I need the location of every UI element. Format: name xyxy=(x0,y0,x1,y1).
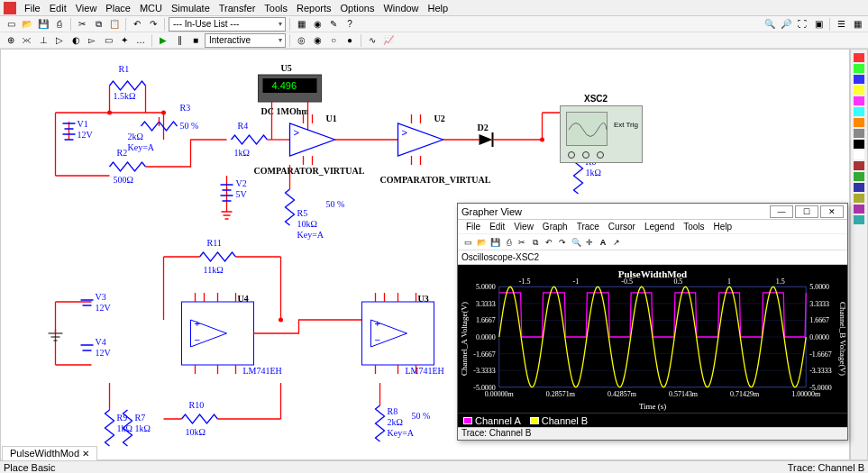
component-r3[interactable]: R3 2kΩ 50 % Key=A xyxy=(128,103,199,152)
gmenu-trace[interactable]: Trace xyxy=(572,222,604,232)
stop-icon[interactable]: ■ xyxy=(188,33,203,48)
rail-swatch-5[interactable] xyxy=(854,107,864,116)
component-r8[interactable]: R8 2kΩ 50 % Key=A xyxy=(376,383,431,441)
analysis-icon[interactable]: ∿ xyxy=(365,33,379,48)
menu-edit[interactable]: Edit xyxy=(45,3,71,14)
rail-swatch-4[interactable] xyxy=(854,96,864,105)
gprint-icon[interactable]: ⎙ xyxy=(502,236,515,249)
gmenu-edit[interactable]: Edit xyxy=(485,222,509,232)
component-r2[interactable]: R2 500Ω xyxy=(110,148,146,185)
print-icon[interactable]: ⎙ xyxy=(52,17,67,32)
probe2-icon[interactable]: ◉ xyxy=(310,33,324,48)
menu-options[interactable]: Options xyxy=(336,3,379,14)
scope-port-ext-icon[interactable] xyxy=(597,151,604,159)
menu-simulate[interactable]: Simulate xyxy=(167,3,215,14)
save-icon[interactable]: 💾 xyxy=(36,17,50,32)
plot-area[interactable]: PulseWidthMod-5.0000-5.0000-3.3333-3.333… xyxy=(458,265,847,413)
gsave-icon[interactable]: 💾 xyxy=(489,236,501,249)
place-res-icon[interactable]: ⩙ xyxy=(20,33,34,48)
close-icon[interactable]: ✕ xyxy=(820,205,844,218)
gmenu-cursor[interactable]: Cursor xyxy=(604,222,640,232)
grapher-window[interactable]: Grapher View — ☐ ✕ File Edit View Graph … xyxy=(457,203,848,441)
place-src-icon[interactable]: ⊕ xyxy=(4,33,18,48)
menu-window[interactable]: Window xyxy=(379,3,423,14)
gmenu-tools[interactable]: Tools xyxy=(679,222,708,232)
menu-file[interactable]: File xyxy=(20,3,45,14)
scope-port-b-icon[interactable] xyxy=(582,151,589,159)
gmenu-legend[interactable]: Legend xyxy=(640,222,679,232)
grid-icon[interactable]: ▦ xyxy=(850,17,864,32)
gmenu-graph[interactable]: Graph xyxy=(538,222,572,232)
menu-place[interactable]: Place xyxy=(101,3,135,14)
redo-icon[interactable]: ↷ xyxy=(146,17,160,32)
maximize-icon[interactable]: ☐ xyxy=(795,205,818,218)
place-more-icon[interactable]: … xyxy=(133,33,148,48)
rail-swatch-15[interactable] xyxy=(854,215,864,224)
tool-c-icon[interactable]: ✎ xyxy=(326,17,341,32)
undo-icon[interactable]: ↶ xyxy=(130,17,144,32)
gredo-icon[interactable]: ↷ xyxy=(556,236,569,249)
rail-swatch-1[interactable] xyxy=(854,64,864,73)
list-icon[interactable]: ☰ xyxy=(834,17,848,32)
menu-help[interactable]: Help xyxy=(424,3,453,14)
paste-icon[interactable]: 📋 xyxy=(107,17,122,32)
sim-mode-combo[interactable]: Interactive xyxy=(205,33,286,48)
probe4-icon[interactable]: ● xyxy=(343,33,357,48)
rail-swatch-11[interactable] xyxy=(854,172,864,181)
gnew-icon[interactable]: ▭ xyxy=(461,236,474,249)
menu-transfer[interactable]: Transfer xyxy=(215,3,260,14)
gcut-icon[interactable]: ✂ xyxy=(516,236,528,249)
menu-reports[interactable]: Reports xyxy=(292,3,336,14)
place-trans-icon[interactable]: ◐ xyxy=(69,33,83,48)
rail-swatch-14[interactable] xyxy=(854,205,864,214)
component-r1[interactable]: R1 1.5kΩ xyxy=(110,64,146,113)
component-v1[interactable]: V1 12V xyxy=(63,119,94,140)
minimize-icon[interactable]: — xyxy=(770,205,793,218)
zoom-fit-icon[interactable]: ⛶ xyxy=(795,17,809,32)
gmenu-view[interactable]: View xyxy=(509,222,538,232)
grapher-titlebar[interactable]: Grapher View — ☐ ✕ xyxy=(458,204,847,220)
component-r5[interactable]: R5 10kΩ 50 % Key=A xyxy=(286,165,345,240)
rail-swatch-12[interactable] xyxy=(854,183,864,192)
zoom-out-icon[interactable]: 🔎 xyxy=(779,17,793,32)
rail-swatch-10[interactable] xyxy=(854,161,864,170)
tab-pulsewidthmod[interactable]: PulseWidthMod ✕ xyxy=(2,446,97,460)
rail-swatch-6[interactable] xyxy=(854,118,864,127)
rail-swatch-7[interactable] xyxy=(854,129,864,138)
rail-swatch-0[interactable] xyxy=(854,53,864,62)
grapher-tab[interactable]: Oscilloscope-XSC2 xyxy=(458,250,847,265)
component-v4[interactable]: V4 12V xyxy=(81,337,112,358)
probe3-icon[interactable]: ○ xyxy=(326,33,341,48)
tool-b-icon[interactable]: ◉ xyxy=(310,17,324,32)
gcopy-icon[interactable]: ⧉ xyxy=(529,236,542,249)
gexport-icon[interactable]: ↗ xyxy=(610,236,623,249)
component-u4[interactable]: + − U4 LM741EH xyxy=(182,293,282,376)
place-misc-icon[interactable]: ✦ xyxy=(117,33,132,48)
menu-view[interactable]: View xyxy=(71,3,102,14)
place-diode-icon[interactable]: ▷ xyxy=(52,33,67,48)
component-d2[interactable]: D2 xyxy=(478,123,493,147)
place-cap-icon[interactable]: ⊥ xyxy=(36,33,50,48)
gzoom-icon[interactable]: 🔍 xyxy=(570,236,582,249)
instrument-oscilloscope[interactable]: XSC2 Ext Trig xyxy=(560,105,643,163)
menu-tools[interactable]: Tools xyxy=(260,3,292,14)
rail-swatch-8[interactable] xyxy=(854,140,864,149)
component-r10[interactable]: R10 10kΩ xyxy=(164,383,281,437)
pause-icon[interactable]: ‖ xyxy=(172,33,187,48)
component-u2[interactable]: > U2 COMPARATOR_VIRTUAL xyxy=(380,114,491,185)
gmenu-help[interactable]: Help xyxy=(709,222,737,232)
scope-port-a-icon[interactable] xyxy=(568,151,575,159)
component-u1[interactable]: > U1 COMPARATOR_VIRTUAL xyxy=(254,114,365,176)
menu-mcu[interactable]: MCU xyxy=(135,3,167,14)
run-icon[interactable]: ▶ xyxy=(156,33,170,48)
new-icon[interactable]: ▭ xyxy=(4,17,18,32)
open-icon[interactable]: 📂 xyxy=(20,17,34,32)
rail-swatch-9[interactable] xyxy=(854,150,864,159)
inuse-combo[interactable]: --- In-Use List --- xyxy=(169,17,286,32)
gcursor-icon[interactable]: ✛ xyxy=(583,236,596,249)
component-r9[interactable]: R9 1kΩ xyxy=(105,383,132,446)
component-r4[interactable]: R4 1kΩ xyxy=(232,121,268,158)
rail-swatch-13[interactable] xyxy=(854,194,864,203)
help-icon[interactable]: ? xyxy=(343,17,357,32)
gundo-icon[interactable]: ↶ xyxy=(543,236,555,249)
